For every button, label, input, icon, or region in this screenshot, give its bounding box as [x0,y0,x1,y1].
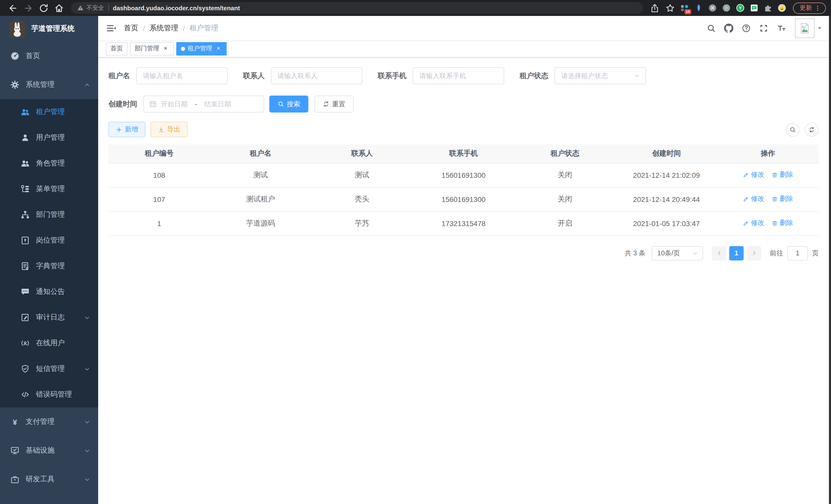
next-page-button[interactable] [747,246,761,260]
browser-reload-icon[interactable] [38,3,49,13]
briefcase-icon [10,475,20,484]
ext-kite-icon[interactable] [694,4,703,12]
sidebar-item-pay[interactable]: ¥支付管理 [0,407,98,436]
sidebar-item-tenant[interactable]: 租户管理 [0,99,98,125]
page-size-select[interactable]: 10条/页 [652,246,703,260]
breadcrumb: 首页/系统管理/租户管理 [124,23,219,33]
sidebar-item-dict[interactable]: 字典管理 [0,253,98,279]
sidebar-item-devtool[interactable]: 研发工具 [0,465,98,494]
tab-home[interactable]: 首页 [106,42,127,55]
sidebar-item-role[interactable]: 角色管理 [0,151,98,176]
kebab-menu-icon[interactable] [814,4,821,11]
sidebar-item-audit-log[interactable]: 审计日志 [0,305,98,330]
ext-record-icon[interactable] [722,4,731,12]
date-separator: - [195,100,197,108]
tab-tenant[interactable]: 租户管理× [176,42,227,55]
sidebar-item-infra[interactable]: 基础设施 [0,436,98,465]
toggle-search-button[interactable] [786,122,800,137]
browser-scrollbar[interactable] [829,16,831,504]
filter-row-1: 租户名 联系人 联系手机 租户状态 请选择租户状态 [109,67,819,95]
sidebar-item-dept[interactable]: 部门管理 [0,202,98,228]
dict-book-icon [21,262,30,271]
ext-y-icon[interactable]: Y [736,4,745,12]
tenant-name-input[interactable] [136,67,228,84]
sms-shield-icon [21,364,30,374]
ext-command-icon[interactable]: ⌘ [708,4,717,12]
goto-page-input[interactable] [787,246,808,260]
browser-back-icon[interactable] [8,3,18,13]
date-range-input[interactable]: 开始日期 - 结束日期 [143,95,264,113]
browser-home-icon[interactable] [54,3,64,13]
user-icon [21,133,30,142]
tab-bar: 首页部门管理×租户管理× [98,40,829,58]
tab-dept[interactable]: 部门管理× [130,42,174,55]
edit-link[interactable]: 修改 [743,170,765,180]
cell-status: 关闭 [514,163,616,187]
hamburger-icon[interactable] [106,23,116,33]
not-secure-warning-icon[interactable] [77,5,84,11]
ext-puzzle-icon[interactable] [764,4,772,12]
sidebar-item-error-code[interactable]: 错误码管理 [0,382,98,407]
delete-link[interactable]: 删除 [772,218,793,228]
url-text[interactable]: dashboard.yudao.iocoder.cn/system/tenant [113,4,240,11]
search-icon[interactable] [707,23,716,33]
font-size-icon[interactable] [776,23,786,33]
address-bar[interactable]: 不安全 dashboard.yudao.iocoder.cn/system/te… [71,2,643,14]
ext-squares-icon[interactable]: 10 [681,4,689,12]
sidebar-item-post[interactable]: 岗位管理 [0,228,98,253]
fullscreen-icon[interactable] [759,23,768,33]
avatar-caret-down-icon[interactable] [816,25,823,31]
sidebar-item-user[interactable]: 用户管理 [0,125,98,151]
sidebar: 芋道管理系统 首页系统管理租户管理用户管理角色管理菜单管理部门管理岗位管理字典管… [0,16,98,504]
delete-link[interactable]: 删除 [772,170,793,180]
audit-log-icon [21,313,30,322]
sidebar-item-system[interactable]: 系统管理 [0,70,98,99]
delete-icon [772,172,778,178]
cell-name: 测试 [210,163,311,187]
cell-status: 关闭 [514,187,616,211]
github-icon[interactable] [724,23,733,33]
breadcrumb-item[interactable]: 系统管理 [149,23,178,33]
delete-link[interactable]: 删除 [772,195,793,204]
browser-forward-icon[interactable] [23,3,33,13]
current-page-button[interactable]: 1 [729,246,744,260]
extension-icons: 10⌘Y [678,4,789,12]
avatar[interactable] [795,18,814,38]
table-row: 107测试租户秃头15601691300关闭2021-12-14 20:49:4… [109,187,819,211]
app-logo-row[interactable]: 芋道管理系统 [0,16,98,41]
update-button[interactable]: 更新 [793,2,826,13]
ext-chat-icon[interactable] [750,4,758,12]
sidebar-item-notice[interactable]: 通知公告 [0,279,98,305]
sidebar-item-sms[interactable]: 短信管理 [0,356,98,382]
ext-avatar-icon[interactable] [778,4,786,12]
edit-link[interactable]: 修改 [743,218,765,228]
breadcrumb-item[interactable]: 首页 [124,23,138,33]
sidebar-item-online-user[interactable]: 在线用户 [0,330,98,356]
security-label[interactable]: 不安全 [86,4,104,12]
add-button[interactable]: 新增 [109,122,145,137]
contact-input[interactable] [271,67,362,84]
status-select[interactable]: 请选择租户状态 [554,67,646,84]
close-tab-icon[interactable]: × [162,45,169,52]
sidebar-item-menu[interactable]: 菜单管理 [0,176,98,202]
goto-label: 前往 [770,248,783,258]
sidebar-item-home[interactable]: 首页 [0,41,98,70]
prev-page-button[interactable] [712,246,726,260]
contact-label: 联系人 [243,71,265,80]
reset-button[interactable]: 重置 [315,95,353,113]
close-tab-icon[interactable]: × [215,45,222,52]
edit-label: 修改 [751,170,765,180]
bookmark-star-icon[interactable] [665,3,675,13]
active-tab-dot [181,47,185,51]
gear-icon [10,80,20,89]
share-icon[interactable] [650,3,660,13]
help-icon[interactable] [742,23,751,33]
search-button[interactable]: 搜索 [269,95,308,113]
status-label: 租户状态 [520,71,548,80]
chevron-right-icon [751,250,757,256]
edit-link[interactable]: 修改 [743,195,765,204]
delete-icon [772,196,778,202]
phone-input[interactable] [413,67,504,84]
export-button[interactable]: 导出 [150,122,188,137]
refresh-table-button[interactable] [805,122,819,137]
